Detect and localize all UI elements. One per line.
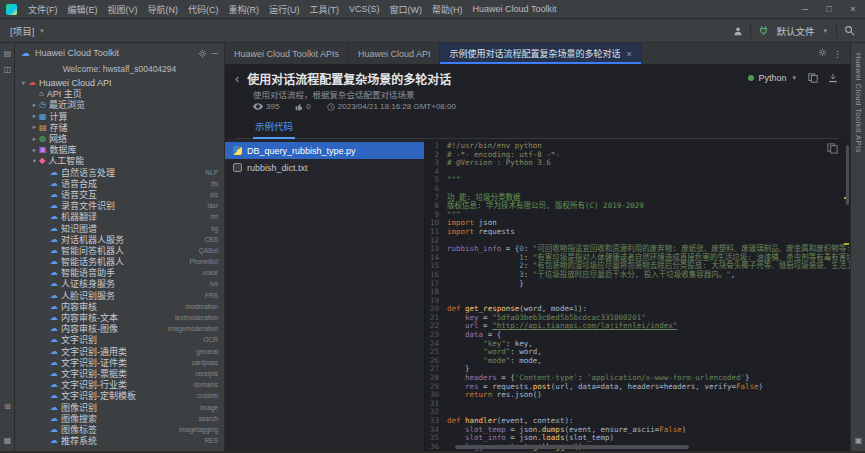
tree-item[interactable]: ▾◆人工智能 bbox=[15, 155, 224, 166]
project-selector[interactable]: [项目] bbox=[0, 24, 38, 38]
tree-item[interactable]: ▸▣数据库 bbox=[15, 144, 224, 155]
menu-item[interactable]: 重构(R) bbox=[224, 3, 265, 16]
cloud-icon: ☁ bbox=[50, 380, 58, 389]
chevron-icon[interactable]: ▸ bbox=[30, 135, 39, 143]
service-tag: OCR bbox=[204, 336, 224, 343]
network-icon: ◍ bbox=[39, 134, 46, 143]
file-item[interactable]: rubbish_dict.txt bbox=[225, 159, 424, 176]
ide-window: 文件(F)编辑(E)视图(V)导航(N)代码(C)重构(R)运行(U)工具(T)… bbox=[0, 0, 865, 453]
tree-item[interactable]: ⌂API 主页 bbox=[15, 88, 224, 99]
right-dock-label[interactable]: Huawei Cloud Toolkit APIs bbox=[854, 53, 863, 153]
structure-tool-icon[interactable]: ◫ bbox=[0, 65, 15, 74]
toolbar-divider bbox=[836, 24, 837, 38]
service-tag: voice bbox=[203, 269, 224, 276]
tab-strip-actions: ⋮ bbox=[818, 43, 850, 64]
panel-title: Huawei Cloud Toolkit bbox=[35, 48, 119, 58]
menu-item[interactable]: 工具(T) bbox=[305, 3, 345, 16]
menu-item[interactable]: 视图(V) bbox=[103, 3, 143, 16]
user-icon[interactable] bbox=[733, 26, 743, 36]
tree-item[interactable]: ☁录音文件识别lasr bbox=[15, 200, 224, 211]
gear-icon[interactable] bbox=[818, 48, 827, 59]
editor-tab[interactable]: Huawei Cloud API bbox=[349, 43, 441, 64]
cloud-icon: ☁ bbox=[50, 436, 58, 445]
tree-item[interactable]: ☁自然语言处理NLP bbox=[15, 167, 224, 178]
text-file-icon bbox=[233, 163, 242, 172]
tree-item[interactable]: ☁图像识别Image bbox=[15, 401, 224, 412]
tree-item[interactable]: ▸▦计算 bbox=[15, 111, 224, 122]
menu-item[interactable]: VCS(S) bbox=[344, 4, 385, 14]
menu-item[interactable]: 窗口(W) bbox=[385, 3, 428, 16]
tree-item[interactable]: ☁内容审核moderation bbox=[15, 301, 224, 312]
search-icon[interactable] bbox=[844, 25, 855, 36]
service-tag: search bbox=[198, 415, 224, 422]
vertical-scrollbar[interactable] bbox=[846, 145, 849, 205]
terminal-tool-icon[interactable]: ▦ bbox=[0, 436, 15, 445]
compute-icon: ▦ bbox=[39, 112, 47, 121]
tree-item[interactable]: ☁智能话务机器人PhoneBot bbox=[15, 256, 224, 267]
tree-item[interactable]: ☁机器翻译mt bbox=[15, 211, 224, 222]
more-options-icon[interactable]: ⋮ bbox=[833, 49, 842, 59]
language-selector[interactable]: Python ▾ bbox=[748, 73, 798, 83]
event-log-tool-icon[interactable]: ▣ bbox=[851, 436, 865, 445]
file-item[interactable]: DB_query_rubbish_type.py bbox=[225, 142, 424, 159]
horizontal-scrollbar[interactable] bbox=[455, 445, 689, 449]
tree-item[interactable]: ▸◍网络 bbox=[15, 133, 224, 144]
code-editor[interactable]: 1#!/usr/bin/env python2# -*- encoding: u… bbox=[425, 139, 850, 451]
menu-item[interactable]: 代码(C) bbox=[183, 3, 224, 16]
chevron-icon[interactable]: ▾ bbox=[19, 79, 28, 87]
run-target-selector[interactable]: 默认文件 bbox=[776, 24, 814, 38]
toolbar-right-group: 默认文件 ▾ bbox=[733, 24, 865, 38]
tree-item[interactable]: ☁智能语音助手voice bbox=[15, 267, 224, 278]
sample-tabs: 示例代码 bbox=[235, 116, 838, 139]
menu-item[interactable]: 编辑(E) bbox=[63, 3, 103, 16]
tree-item[interactable]: ☁内容审核-图像imagemoderation bbox=[15, 323, 224, 334]
tree-item[interactable]: ☁内容审核-文本textmoderation bbox=[15, 312, 224, 323]
sample-content: DB_query_rubbish_type.pyrubbish_dict.txt… bbox=[225, 139, 850, 451]
tree-item[interactable]: ☁推荐系统RES bbox=[15, 435, 224, 446]
minimize-button[interactable]: ─ bbox=[793, 0, 817, 18]
hide-panel-icon[interactable]: ─ bbox=[212, 48, 218, 58]
gear-icon[interactable] bbox=[198, 49, 207, 58]
tree-item[interactable]: ☁人脸识别服务FRS bbox=[15, 290, 224, 301]
tree-item[interactable]: ☁语音合成tts bbox=[15, 178, 224, 189]
tree-item[interactable]: ☁文字识别-定制模板custom bbox=[15, 390, 224, 401]
tree-item[interactable]: ▸▤存储 bbox=[15, 122, 224, 133]
favorites-tool-icon[interactable]: ⊞ bbox=[0, 402, 15, 411]
tree-item[interactable]: ▸◷最近浏览 bbox=[15, 99, 224, 110]
cloud-icon: ☁ bbox=[50, 257, 58, 266]
copy-code-icon[interactable] bbox=[827, 143, 838, 156]
service-tag: domains bbox=[193, 381, 224, 388]
chevron-icon[interactable]: ▸ bbox=[30, 101, 39, 109]
menu-item[interactable]: 导航(N) bbox=[143, 3, 184, 16]
root-icon: ☁ bbox=[28, 78, 36, 87]
menu-item[interactable]: Huawei Cloud Toolkit bbox=[468, 4, 562, 14]
chevron-icon[interactable]: ▸ bbox=[30, 146, 39, 154]
menu-item[interactable]: 文件(F) bbox=[23, 3, 63, 16]
clock-icon: ◷ bbox=[39, 100, 46, 109]
service-tag: cardpass bbox=[192, 359, 224, 366]
service-tag: RES bbox=[205, 437, 224, 444]
download-icon[interactable] bbox=[828, 73, 838, 83]
menu-item[interactable]: 运行(U) bbox=[264, 3, 305, 16]
editor-tab[interactable]: Huawei Cloud Toolkit APIs bbox=[225, 43, 349, 64]
chevron-icon[interactable]: ▾ bbox=[30, 157, 39, 165]
project-tool-icon[interactable]: ▤ bbox=[0, 49, 15, 58]
tree-item[interactable]: ☁图像标签imagetagging bbox=[15, 424, 224, 435]
menu-item[interactable]: 帮助(H) bbox=[427, 3, 468, 16]
plug-icon bbox=[758, 25, 769, 36]
service-tag: NLP bbox=[205, 169, 224, 176]
maximize-button[interactable]: □ bbox=[817, 0, 841, 18]
tree-item[interactable]: ☁语音交互sis bbox=[15, 189, 224, 200]
service-tag: custom bbox=[197, 392, 224, 399]
chevron-icon[interactable]: ▸ bbox=[30, 123, 39, 131]
close-button[interactable]: × bbox=[841, 0, 865, 18]
tree-item[interactable]: ☁人证核身服务ivs bbox=[15, 278, 224, 289]
copy-icon[interactable] bbox=[808, 73, 818, 83]
back-button[interactable]: ‹ bbox=[235, 72, 239, 85]
close-icon[interactable]: × bbox=[626, 49, 631, 59]
tab-sample-code[interactable]: 示例代码 bbox=[253, 118, 295, 139]
tree-item[interactable]: ☁图像搜索search bbox=[15, 413, 224, 424]
editor-tab[interactable]: 示例使用对话流程配置复杂场景的多轮对话× bbox=[440, 43, 641, 64]
chevron-icon[interactable]: ▸ bbox=[30, 112, 39, 120]
likes-count[interactable]: 0 bbox=[295, 102, 310, 111]
